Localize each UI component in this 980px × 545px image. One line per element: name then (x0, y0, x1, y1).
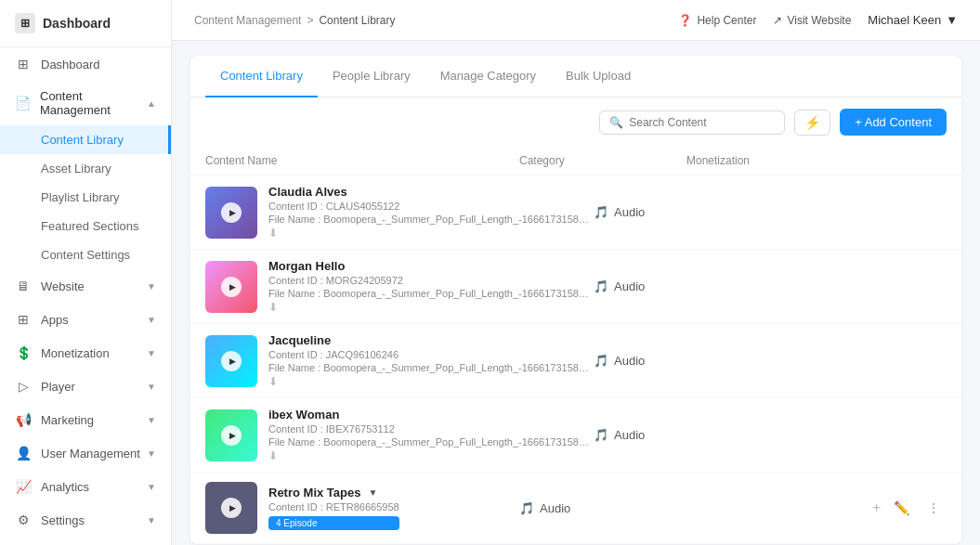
tab-content-library-label: Content Library (220, 69, 303, 83)
content-file-1: File Name : Boomopera_-_Summer_Pop_Full_… (268, 214, 594, 225)
content-id-4: Content ID : IBEX76753112 (268, 423, 594, 435)
col-category: Category (519, 154, 686, 167)
toolbar: 🔍 ⚡ + Add Content (190, 97, 961, 147)
download-icon-2[interactable]: ⬇ (268, 301, 594, 314)
chevron-down-icon-set: ▼ (147, 515, 156, 526)
audio-icon-5: 🎵 (519, 501, 534, 515)
player-icon: ▷ (15, 378, 32, 395)
tab-people-library[interactable]: People Library (318, 56, 425, 97)
content-library-label: Content Library (41, 133, 124, 147)
table-row: ▶ Retro Mix Tapes ▼ Content ID : RETR866… (190, 473, 961, 544)
filter-button[interactable]: ⚡ (794, 110, 830, 136)
play-button-5[interactable]: ▶ (221, 498, 242, 518)
tab-content-library[interactable]: Content Library (205, 56, 318, 97)
main-area: Content Management > Content Library ❓ H… (172, 0, 980, 545)
audio-icon-4: 🎵 (594, 428, 608, 442)
chevron-up-icon: ▲ (147, 98, 156, 109)
apps-icon: ⊞ (15, 311, 32, 328)
table-header: Content Name Category Monetization (190, 147, 961, 175)
thumbnail-2[interactable]: ▶ (205, 261, 257, 313)
category-cell-3: 🎵 Audio (594, 354, 761, 368)
content-id-5: Content ID : RETR86665958 (268, 501, 399, 513)
sidebar-item-website[interactable]: 🖥 Website ▼ (0, 269, 171, 303)
user-mgmt-label: User Management (41, 447, 140, 461)
breadcrumb-parent[interactable]: Content Management (194, 14, 301, 27)
content-name-2: Morgan Hello (268, 259, 594, 273)
chevron-down-icon: ▼ (147, 281, 156, 292)
thumbnail-5[interactable]: ▶ (205, 482, 257, 534)
content-settings-label: Content Settings (41, 248, 130, 262)
play-button-4[interactable]: ▶ (221, 425, 242, 446)
content-card: Content Library People Library Manage Ca… (190, 56, 961, 544)
user-menu[interactable]: Michael Keen ▼ (868, 13, 958, 27)
tab-manage-category-label: Manage Category (440, 69, 536, 83)
chevron-down-icon-usr: ▼ (147, 448, 156, 459)
category-cell-1: 🎵 Audio (594, 205, 761, 219)
audio-icon-3: 🎵 (594, 354, 608, 368)
help-center-button[interactable]: ❓ Help Center (678, 14, 756, 27)
sidebar-item-settings[interactable]: ⚙ Settings ▼ (0, 503, 171, 537)
audio-icon-2: 🎵 (594, 279, 608, 293)
download-icon-4[interactable]: ⬇ (268, 449, 594, 462)
tab-manage-category[interactable]: Manage Category (425, 56, 551, 97)
play-button-1[interactable]: ▶ (221, 202, 242, 223)
content-name-4: ibex Woman (268, 408, 594, 422)
add-content-button[interactable]: + Add Content (840, 109, 947, 136)
content-mgmt-label: Content Management (40, 89, 147, 117)
sidebar-item-asset-library[interactable]: Asset Library (0, 154, 171, 183)
dropdown-arrow-icon-5[interactable]: ▼ (368, 487, 377, 498)
download-icon-3[interactable]: ⬇ (268, 375, 594, 388)
sidebar-item-featured-sections[interactable]: Featured Sections (0, 212, 171, 240)
sidebar-item-monetization[interactable]: 💲 Monetization ▼ (0, 336, 171, 370)
search-box[interactable]: 🔍 (599, 110, 785, 135)
apps-label: Apps (41, 313, 69, 327)
content-meta-2: Morgan Hello Content ID : MORG24205972 F… (268, 259, 594, 314)
download-icon-1[interactable]: ⬇ (268, 227, 594, 240)
sidebar-item-content-library[interactable]: Content Library (0, 125, 171, 154)
add-episode-icon-5[interactable]: + (872, 500, 881, 516)
content-info-3: ▶ Jacqueline Content ID : JACQ96106246 F… (205, 333, 594, 388)
content-name-1: Claudia Alves (268, 185, 594, 199)
sidebar-item-marketing[interactable]: 📢 Marketing ▼ (0, 403, 171, 436)
content-id-3: Content ID : JACQ96106246 (268, 349, 594, 360)
more-icon-5[interactable]: ⋮ (921, 495, 947, 521)
help-icon: ❓ (678, 14, 692, 27)
search-icon: 🔍 (609, 116, 623, 129)
content-info-5: ▶ Retro Mix Tapes ▼ Content ID : RETR866… (205, 482, 519, 534)
table-row: ▶ Claudia Alves Content ID : CLAUS405512… (190, 175, 961, 250)
logo-text: Dashboard (43, 16, 111, 31)
sidebar-item-analytics[interactable]: 📈 Analytics ▼ (0, 470, 171, 503)
table-row: ▶ Morgan Hello Content ID : MORG24205972… (190, 250, 961, 324)
content-file-2: File Name : Boomopera_-_Summer_Pop_Full_… (268, 288, 594, 299)
tab-bulk-upload[interactable]: Bulk Upload (551, 56, 646, 97)
play-button-2[interactable]: ▶ (221, 277, 242, 297)
tab-bulk-upload-label: Bulk Upload (566, 69, 631, 83)
dashboard-label: Dashboard (41, 58, 100, 71)
help-center-label: Help Center (697, 14, 756, 27)
thumbnail-3[interactable]: ▶ (205, 335, 257, 387)
settings-icon: ⚙ (15, 512, 32, 528)
user-mgmt-icon: 👤 (15, 445, 32, 461)
sidebar-item-player[interactable]: ▷ Player ▼ (0, 370, 171, 403)
visit-website-button[interactable]: ↗ Visit Website (773, 14, 851, 27)
content-area: Content Library People Library Manage Ca… (172, 41, 980, 545)
sidebar-item-playlist-library[interactable]: Playlist Library (0, 183, 171, 212)
content-name-5: Retro Mix Tapes (268, 486, 360, 500)
play-button-3[interactable]: ▶ (221, 351, 242, 371)
content-id-2: Content ID : MORG24205972 (268, 275, 594, 286)
website-icon: 🖥 (15, 278, 32, 294)
thumbnail-4[interactable]: ▶ (205, 409, 257, 461)
play-icon-3: ▶ (229, 357, 236, 366)
category-label-4: Audio (614, 428, 645, 442)
chevron-down-icon-ana: ▼ (147, 482, 156, 492)
edit-icon-5[interactable]: ✏️ (888, 495, 913, 521)
sidebar-item-content-management[interactable]: 📄 Content Management ▲ (0, 81, 171, 125)
sidebar-item-content-settings[interactable]: Content Settings (0, 240, 171, 269)
sidebar-item-user-management[interactable]: 👤 User Management ▼ (0, 436, 171, 470)
user-name: Michael Keen (868, 13, 941, 27)
search-input[interactable] (629, 116, 775, 129)
sidebar-item-dashboard[interactable]: ⊞ Dashboard (0, 47, 171, 81)
sidebar-item-apps[interactable]: ⊞ Apps ▼ (0, 303, 171, 336)
category-label-1: Audio (614, 205, 645, 219)
thumbnail-1[interactable]: ▶ (205, 187, 257, 239)
